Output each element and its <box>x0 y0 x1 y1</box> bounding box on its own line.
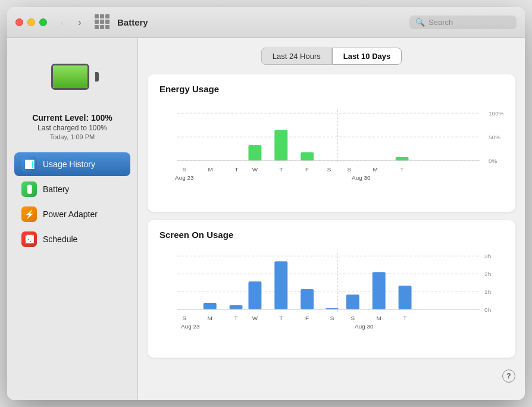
tab-last-24h[interactable]: Last 24 Hours <box>261 48 332 65</box>
battery-terminal <box>95 72 99 82</box>
battery-visual <box>51 64 94 90</box>
screen-bar-w1 <box>248 281 261 309</box>
svg-text:T: T <box>279 315 283 321</box>
battery-body <box>51 64 89 90</box>
schedule-icon: 📅 <box>21 231 37 247</box>
svg-text:T: T <box>403 315 407 321</box>
sidebar: Current Level: 100% Last charged to 100%… <box>7 38 138 400</box>
tab-last-10d[interactable]: Last 10 Days <box>332 48 402 65</box>
energy-bar-f1 <box>301 152 314 161</box>
energy-bar-m2 <box>396 157 409 161</box>
main-panel: Last 24 Hours Last 10 Days Energy Usage … <box>138 38 525 400</box>
battery-time-label: Today, 1:09 PM <box>32 133 112 140</box>
battery-charged-label: Last charged to 100% <box>32 124 112 132</box>
sidebar-item-power-adapter-label: Power Adapter <box>43 209 98 219</box>
app-grid-icon[interactable] <box>95 14 111 31</box>
sidebar-item-schedule[interactable]: 📅 Schedule <box>14 227 130 251</box>
battery-icon-container <box>46 50 99 104</box>
svg-text:W: W <box>252 315 258 321</box>
screen-bar-f1 <box>301 289 314 309</box>
svg-text:0%: 0% <box>489 158 497 164</box>
screen-bar-t1-1 <box>230 305 243 309</box>
battery-level-label: Current Level: 100% <box>32 113 112 123</box>
help-button-container: ? <box>148 366 515 383</box>
screen-usage-section: Screen On Usage 3h 2h 1h 0h <box>148 220 515 358</box>
svg-text:S: S <box>351 315 355 321</box>
tab-bar: Last 24 Hours Last 10 Days <box>148 48 515 65</box>
sidebar-item-power-adapter[interactable]: ⚡ Power Adapter <box>14 202 130 226</box>
close-button[interactable] <box>15 18 23 26</box>
sidebar-item-battery[interactable]: 🔋 Battery <box>14 177 130 201</box>
maximize-button[interactable] <box>39 18 47 26</box>
screen-bar-s2 <box>346 295 359 309</box>
screen-bar-t1-2 <box>274 261 287 309</box>
svg-text:T: T <box>279 166 283 173</box>
energy-bar-w1 <box>248 145 261 161</box>
help-button[interactable]: ? <box>502 370 515 383</box>
svg-text:M: M <box>208 315 212 321</box>
energy-usage-title: Energy Usage <box>159 84 503 94</box>
svg-text:2h: 2h <box>484 271 491 277</box>
svg-text:Aug 23: Aug 23 <box>175 174 194 181</box>
screen-usage-chart: 3h 2h 1h 0h <box>159 247 503 348</box>
svg-text:1h: 1h <box>484 289 491 295</box>
svg-text:Aug 30: Aug 30 <box>355 323 374 330</box>
window-title: Battery <box>117 17 409 27</box>
svg-text:T: T <box>400 166 404 173</box>
svg-text:3h: 3h <box>484 253 491 259</box>
svg-text:S: S <box>327 166 331 173</box>
svg-text:M: M <box>208 166 213 173</box>
sidebar-item-usage-history-label: Usage History <box>43 159 95 169</box>
svg-text:T: T <box>235 166 239 173</box>
svg-text:S: S <box>183 315 187 321</box>
screen-bar-t2 <box>399 286 412 309</box>
svg-text:S: S <box>183 166 187 173</box>
search-icon: 🔍 <box>415 18 425 27</box>
titlebar: ‹ › Battery 🔍 <box>7 7 525 38</box>
screen-chart-svg: 3h 2h 1h 0h <box>159 247 503 348</box>
power-adapter-icon: ⚡ <box>21 206 37 222</box>
sidebar-nav: 📊 Usage History 🔋 Battery ⚡ Power Adapte… <box>7 152 137 251</box>
energy-usage-chart: 100% 50% 0% <box>159 101 503 202</box>
svg-text:M: M <box>377 315 381 321</box>
search-bar[interactable]: 🔍 <box>409 15 517 29</box>
energy-usage-section: Energy Usage 100% 50% 0% <box>148 74 515 212</box>
nav-buttons: ‹ › <box>54 17 87 29</box>
battery-fill <box>53 65 87 88</box>
screen-bar-m2 <box>373 272 386 309</box>
svg-text:100%: 100% <box>489 110 503 117</box>
forward-button[interactable]: › <box>72 17 87 29</box>
svg-text:F: F <box>305 166 309 173</box>
sidebar-item-usage-history[interactable]: 📊 Usage History <box>14 152 130 176</box>
svg-text:W: W <box>252 166 258 173</box>
content-area: Current Level: 100% Last charged to 100%… <box>7 38 525 400</box>
back-button[interactable]: ‹ <box>54 17 70 29</box>
svg-text:0h: 0h <box>484 306 491 313</box>
sidebar-item-schedule-label: Schedule <box>43 234 77 244</box>
svg-text:Aug 23: Aug 23 <box>181 323 200 330</box>
svg-text:M: M <box>373 166 378 173</box>
svg-text:S: S <box>330 315 334 321</box>
search-input[interactable] <box>428 18 506 27</box>
svg-text:F: F <box>305 315 309 321</box>
svg-text:T: T <box>234 315 238 321</box>
screen-usage-title: Screen On Usage <box>159 230 503 240</box>
battery-info: Current Level: 100% Last charged to 100%… <box>32 113 112 140</box>
screen-bar-m1 <box>204 303 217 309</box>
traffic-lights <box>15 18 47 26</box>
battery-icon: 🔋 <box>21 181 37 197</box>
energy-bar-t1 <box>274 130 287 161</box>
sidebar-item-battery-label: Battery <box>43 184 69 194</box>
svg-text:Aug 30: Aug 30 <box>352 174 371 181</box>
svg-text:S: S <box>348 166 352 173</box>
main-window: ‹ › Battery 🔍 <box>7 7 525 400</box>
svg-text:50%: 50% <box>489 134 500 140</box>
minimize-button[interactable] <box>27 18 35 26</box>
energy-chart-svg: 100% 50% 0% <box>159 101 503 202</box>
usage-history-icon: 📊 <box>21 156 37 172</box>
